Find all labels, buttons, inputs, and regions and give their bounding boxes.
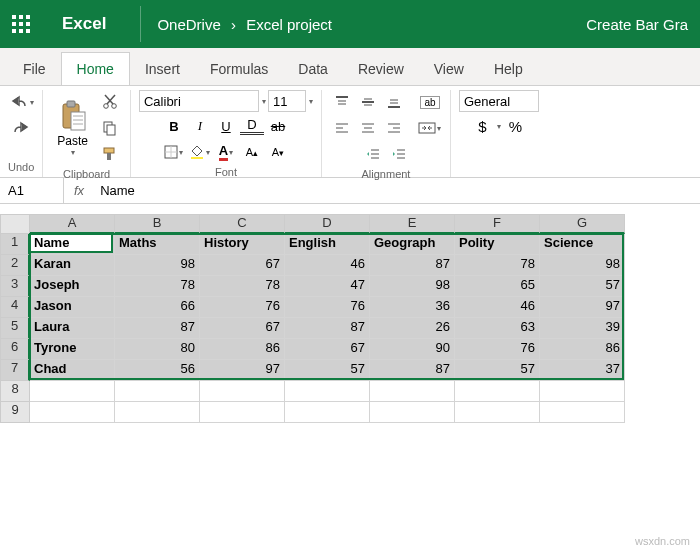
- font-name-select[interactable]: [139, 90, 259, 112]
- cell-F4[interactable]: 46: [455, 297, 540, 318]
- cell-F8[interactable]: [455, 381, 540, 402]
- cell-B1[interactable]: Maths: [115, 234, 200, 255]
- cell-D3[interactable]: 47: [285, 276, 370, 297]
- cell-G6[interactable]: 86: [540, 339, 625, 360]
- format-painter-button[interactable]: [98, 142, 122, 166]
- cell-G2[interactable]: 98: [540, 255, 625, 276]
- breadcrumb[interactable]: OneDrive › Excel project: [157, 16, 332, 33]
- cell-B5[interactable]: 87: [115, 318, 200, 339]
- cell-E9[interactable]: [370, 402, 455, 423]
- cell-E8[interactable]: [370, 381, 455, 402]
- cell-D2[interactable]: 46: [285, 255, 370, 276]
- cell-A2[interactable]: Karan: [30, 255, 115, 276]
- cell-D5[interactable]: 87: [285, 318, 370, 339]
- app-launcher-icon[interactable]: [12, 15, 30, 33]
- undo-button[interactable]: ▾: [9, 90, 34, 114]
- tab-formulas[interactable]: Formulas: [195, 53, 283, 85]
- currency-button[interactable]: $: [470, 114, 494, 138]
- column-header-C[interactable]: C: [200, 214, 285, 234]
- column-header-A[interactable]: A: [30, 214, 115, 234]
- cell-E4[interactable]: 36: [370, 297, 455, 318]
- cell-C7[interactable]: 97: [200, 360, 285, 381]
- tab-home[interactable]: Home: [61, 52, 130, 85]
- cell-C4[interactable]: 76: [200, 297, 285, 318]
- tab-insert[interactable]: Insert: [130, 53, 195, 85]
- row-header-7[interactable]: 7: [0, 360, 30, 381]
- cell-C1[interactable]: History: [200, 234, 285, 255]
- cell-F5[interactable]: 63: [455, 318, 540, 339]
- name-box[interactable]: A1: [0, 178, 64, 203]
- cut-button[interactable]: [98, 90, 122, 114]
- font-color-button[interactable]: A▾: [214, 140, 238, 164]
- row-header-9[interactable]: 9: [0, 402, 30, 423]
- cell-G7[interactable]: 37: [540, 360, 625, 381]
- cell-G1[interactable]: Science: [540, 234, 625, 255]
- row-header-8[interactable]: 8: [0, 381, 30, 402]
- row-header-5[interactable]: 5: [0, 318, 30, 339]
- cell-E1[interactable]: Geograph: [370, 234, 455, 255]
- number-format-select[interactable]: [459, 90, 539, 112]
- align-left-button[interactable]: [330, 116, 354, 140]
- cell-B6[interactable]: 80: [115, 339, 200, 360]
- strikethrough-button[interactable]: ab: [266, 114, 290, 138]
- row-header-2[interactable]: 2: [0, 255, 30, 276]
- cell-C5[interactable]: 67: [200, 318, 285, 339]
- cell-F9[interactable]: [455, 402, 540, 423]
- merge-button[interactable]: ▾: [418, 116, 442, 140]
- cell-D6[interactable]: 67: [285, 339, 370, 360]
- cell-G5[interactable]: 39: [540, 318, 625, 339]
- cell-B2[interactable]: 98: [115, 255, 200, 276]
- cell-A7[interactable]: Chad: [30, 360, 115, 381]
- cell-F1[interactable]: Polity: [455, 234, 540, 255]
- cell-B4[interactable]: 66: [115, 297, 200, 318]
- cell-G4[interactable]: 97: [540, 297, 625, 318]
- cell-A4[interactable]: Jason: [30, 297, 115, 318]
- align-top-button[interactable]: [330, 90, 354, 114]
- row-header-6[interactable]: 6: [0, 339, 30, 360]
- select-all-corner[interactable]: [0, 214, 30, 234]
- wrap-text-button[interactable]: ab: [418, 90, 442, 114]
- cell-D1[interactable]: English: [285, 234, 370, 255]
- borders-button[interactable]: ▾: [162, 140, 186, 164]
- cell-F2[interactable]: 78: [455, 255, 540, 276]
- underline-button[interactable]: U: [214, 114, 238, 138]
- cell-G3[interactable]: 57: [540, 276, 625, 297]
- row-header-4[interactable]: 4: [0, 297, 30, 318]
- row-header-3[interactable]: 3: [0, 276, 30, 297]
- cell-A8[interactable]: [30, 381, 115, 402]
- cell-A1[interactable]: Name: [30, 234, 115, 255]
- double-underline-button[interactable]: D: [240, 117, 264, 135]
- cell-B7[interactable]: 56: [115, 360, 200, 381]
- cell-C8[interactable]: [200, 381, 285, 402]
- cell-C6[interactable]: 86: [200, 339, 285, 360]
- bold-button[interactable]: B: [162, 114, 186, 138]
- column-header-B[interactable]: B: [115, 214, 200, 234]
- column-header-F[interactable]: F: [455, 214, 540, 234]
- font-size-select[interactable]: [268, 90, 306, 112]
- row-header-1[interactable]: 1: [0, 234, 30, 255]
- cell-C3[interactable]: 78: [200, 276, 285, 297]
- fx-icon[interactable]: fx: [64, 183, 94, 198]
- chevron-down-icon[interactable]: ▾: [309, 97, 313, 106]
- chevron-down-icon[interactable]: ▾: [262, 97, 266, 106]
- shrink-font-button[interactable]: A▾: [266, 140, 290, 164]
- decrease-indent-button[interactable]: [361, 142, 385, 166]
- grow-font-button[interactable]: A▴: [240, 140, 264, 164]
- tab-view[interactable]: View: [419, 53, 479, 85]
- cell-C9[interactable]: [200, 402, 285, 423]
- cell-D8[interactable]: [285, 381, 370, 402]
- column-header-D[interactable]: D: [285, 214, 370, 234]
- redo-button[interactable]: [9, 116, 33, 140]
- cell-E6[interactable]: 90: [370, 339, 455, 360]
- cell-E3[interactable]: 98: [370, 276, 455, 297]
- cell-F7[interactable]: 57: [455, 360, 540, 381]
- cell-D4[interactable]: 76: [285, 297, 370, 318]
- tab-file[interactable]: File: [8, 53, 61, 85]
- column-header-G[interactable]: G: [540, 214, 625, 234]
- copy-button[interactable]: [98, 116, 122, 140]
- cell-A9[interactable]: [30, 402, 115, 423]
- cell-B3[interactable]: 78: [115, 276, 200, 297]
- tab-help[interactable]: Help: [479, 53, 538, 85]
- cell-E2[interactable]: 87: [370, 255, 455, 276]
- align-center-button[interactable]: [356, 116, 380, 140]
